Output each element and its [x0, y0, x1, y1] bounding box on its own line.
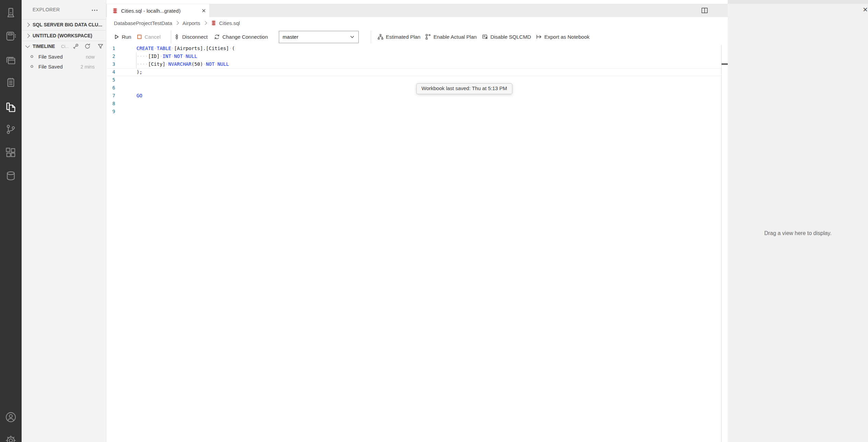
disconnect-icon [174, 34, 180, 40]
line-content: ····[ID]·INT·NOT·NULL [136, 52, 197, 60]
code-line-8[interactable]: 8 [106, 100, 721, 108]
refresh-icon[interactable] [84, 43, 91, 50]
chevron-right-icon [25, 23, 30, 27]
source-control-icon[interactable] [5, 123, 17, 135]
toolbar-button-label: Enable Actual Plan [433, 34, 477, 40]
azure-data-studio-window: EXPLORER SQL SERVER BIG DATA CLU...UNTIT… [0, 0, 868, 442]
editor-group: Cities.sql - localh...grated) × Database… [106, 0, 728, 442]
toolbar-button-label: Change Connection [222, 34, 268, 40]
window-close-icon[interactable]: × [863, 5, 868, 14]
breadcrumb-separator-icon [203, 21, 207, 25]
database-dropdown[interactable]: master [279, 31, 359, 43]
explorer-files-icon[interactable] [5, 101, 17, 113]
breadcrumb-item[interactable]: Cities.sql [219, 20, 240, 26]
breadcrumb: DatabaseProjectTestDataAirportsCities.sq… [106, 17, 721, 29]
play-icon [113, 34, 120, 40]
scrollbar-overview-ruler[interactable] [722, 17, 728, 442]
code-line-7[interactable]: 7GO [106, 92, 721, 100]
timeline-item[interactable]: File Saved2 mins [22, 62, 106, 72]
pin-icon[interactable] [72, 43, 79, 50]
timeline-bullet-icon [29, 64, 34, 69]
section-label: TIMELINE [33, 44, 55, 49]
timeline-context-label: Ci... [61, 44, 69, 49]
code-line-9[interactable]: 9 [106, 108, 721, 115]
cursor-position-marker [722, 63, 728, 65]
line-number[interactable]: 4 [106, 68, 136, 76]
extensions-icon[interactable] [5, 147, 17, 159]
sidebar-section-untitled-workspace[interactable]: UNTITLED (WORKSPACE) [22, 30, 106, 41]
notebooks-icon[interactable] [5, 30, 17, 42]
run-button[interactable]: Run [113, 34, 131, 40]
toolbar-button-label: Cancel [145, 34, 161, 40]
timeline-item[interactable]: File Savednow [22, 52, 106, 62]
task-history-icon[interactable] [5, 76, 17, 88]
tab-cities-sql[interactable]: Cities.sql - localh...grated) × [107, 4, 209, 17]
filter-icon[interactable] [97, 43, 104, 50]
line-number[interactable]: 7 [106, 92, 136, 100]
toolbar-button-label: Estimated Plan [386, 34, 420, 40]
line-content: GO [136, 92, 142, 100]
line-number[interactable]: 9 [106, 108, 136, 115]
section-label: SQL SERVER BIG DATA CLU... [33, 22, 102, 27]
code-line-4[interactable]: 4); [106, 68, 721, 76]
query-windows-icon[interactable] [5, 55, 17, 67]
query-toolbar: RunCancelDisconnectChange Connectionmast… [106, 29, 721, 45]
editor-more-actions-icon[interactable] [713, 7, 721, 14]
change-connection-icon [214, 34, 220, 40]
code-line-2[interactable]: 2····[ID]·INT·NOT·NULL [106, 52, 721, 60]
line-content: CREATE·TABLE·[Airports].[Cities]·( [136, 45, 235, 52]
toolbar-button-label: Run [122, 34, 131, 40]
explorer-sidebar: EXPLORER SQL SERVER BIG DATA CLU...UNTIT… [22, 0, 106, 442]
toolbar-separator [371, 31, 371, 43]
tab-close-icon[interactable]: × [202, 8, 206, 14]
line-number[interactable]: 1 [106, 45, 136, 52]
timeline-bullet-icon [29, 54, 34, 59]
sql-file-icon [112, 8, 118, 14]
database-projects-icon[interactable] [5, 170, 17, 182]
split-editor-icon[interactable] [701, 7, 709, 14]
change-connection-button[interactable]: Change Connection [214, 34, 268, 40]
chevron-right-icon [25, 34, 30, 38]
code-editor[interactable]: 1CREATE·TABLE·[Airports].[Cities]·(2····… [106, 45, 721, 115]
connections-icon[interactable] [5, 7, 17, 19]
sidebar-section-timeline[interactable]: TIMELINECi... [22, 41, 106, 51]
sidebar-title: EXPLORER [33, 7, 60, 12]
sqlcmd-icon [482, 34, 488, 40]
breadcrumb-item[interactable]: Airports [182, 20, 200, 26]
line-number[interactable]: 2 [106, 52, 136, 60]
code-line-3[interactable]: 3····[City]·NVARCHAR(50)·NOT·NULL [106, 60, 721, 68]
line-number[interactable]: 5 [106, 76, 136, 84]
estimated-plan-button[interactable]: Estimated Plan [377, 34, 420, 40]
stop-icon [136, 34, 143, 40]
code-line-5[interactable]: 5 [106, 76, 721, 84]
enable-actual-plan-button[interactable]: Enable Actual Plan [425, 34, 477, 40]
chevron-down-icon [349, 34, 356, 40]
tab-title: Cities.sql - localh...grated) [121, 8, 200, 14]
export-as-notebook-button[interactable]: Export as Notebook [536, 34, 590, 40]
toolbar-separator [171, 31, 171, 43]
view-drop-panel[interactable]: Drag a view here to display. [728, 4, 868, 442]
sidebar-section-sql-server-big-data-clu[interactable]: SQL SERVER BIG DATA CLU... [22, 19, 106, 30]
code-line-6[interactable]: 6 [106, 84, 721, 92]
drop-panel-placeholder: Drag a view here to display. [728, 230, 868, 236]
line-number[interactable]: 6 [106, 84, 136, 92]
save-status-tooltip: Workbook last saved: Thu at 5:13 PM [416, 83, 512, 94]
cancel-button[interactable]: Cancel [136, 34, 161, 40]
account-icon[interactable] [5, 411, 17, 423]
tab-bar: Cities.sql - localh...grated) × [106, 4, 728, 17]
settings-gear-icon[interactable] [5, 434, 17, 442]
section-label: UNTITLED (WORKSPACE) [33, 33, 92, 38]
disable-sqlcmd-button[interactable]: Disable SQLCMD [482, 34, 531, 40]
toolbar-button-label: Disable SQLCMD [490, 34, 531, 40]
actual-plan-icon [425, 34, 431, 40]
estimated-plan-icon [377, 34, 384, 40]
toolbar-button-label: Export as Notebook [544, 34, 590, 40]
line-number[interactable]: 8 [106, 100, 136, 108]
disconnect-button[interactable]: Disconnect [174, 34, 207, 40]
more-actions-icon[interactable] [91, 7, 98, 14]
line-number[interactable]: 3 [106, 60, 136, 68]
code-line-1[interactable]: 1CREATE·TABLE·[Airports].[Cities]·( [106, 45, 721, 52]
breadcrumb-item[interactable]: DatabaseProjectTestData [114, 20, 172, 26]
timeline-item-label: File Saved [38, 54, 63, 60]
indent-guide [136, 52, 136, 68]
